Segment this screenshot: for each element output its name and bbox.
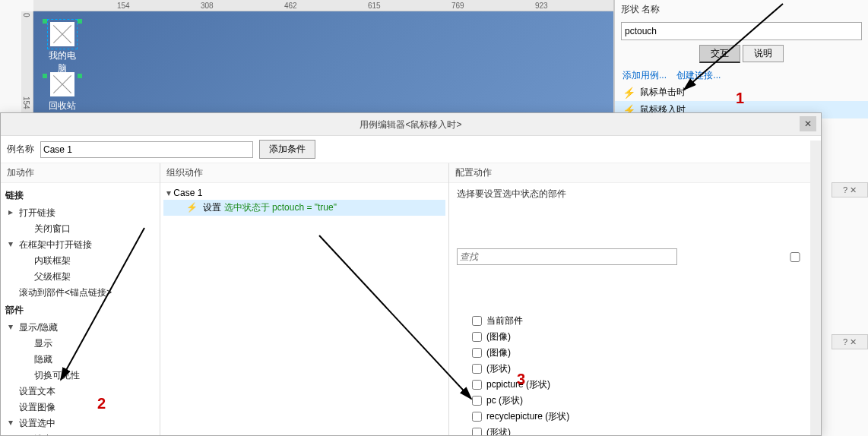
column-header: 组织动作	[160, 163, 448, 183]
image-placeholder-icon	[50, 22, 74, 46]
link-add-case[interactable]: 添加用例...	[622, 70, 667, 81]
section-title: 形状 名称	[615, 0, 868, 19]
widget-search-input[interactable]	[457, 248, 677, 265]
tree-item[interactable]: 隐藏	[1, 352, 160, 368]
list-item[interactable]: (形状)	[457, 425, 813, 435]
ruler-tick: 154	[117, 2, 130, 10]
lightning-icon: ⚡	[622, 87, 635, 99]
tree-item[interactable]: 打开链接	[1, 205, 160, 221]
ruler-tick: 0	[22, 13, 30, 17]
event-onclick[interactable]: ⚡鼠标单击时	[615, 84, 868, 101]
case-node[interactable]: Case 1	[163, 186, 445, 200]
action-node[interactable]: ⚡ 设置 选中状态于 pctouch = "true"	[163, 200, 445, 216]
tree-item[interactable]: 显示	[1, 336, 160, 352]
tree-category-widget: 部件	[1, 301, 160, 320]
actions-panel: 加动作 链接 打开链接 关闭窗口 在框架中打开链接 内联框架 父级框架 滚动到部…	[1, 163, 160, 435]
tree-item[interactable]: 设置文本	[1, 384, 160, 400]
configure-action-panel: 配置动作 选择要设置选中状态的部件 隐藏未命名的部件 当前部件 (图像) (图像…	[449, 163, 821, 435]
ruler-tick: 615	[368, 2, 381, 10]
image-placeholder-icon	[50, 72, 74, 96]
list-item[interactable]: (图像)	[457, 329, 813, 345]
column-header: 加动作	[1, 163, 160, 183]
config-label: 选择要设置选中状态的部件	[457, 188, 813, 201]
widget-list: 当前部件 (图像) (图像) (形状) pcpicture (形状) pc (形…	[457, 313, 813, 435]
tree-item[interactable]: 显示/隐藏	[1, 320, 160, 336]
tree-item-set-selected[interactable]: 设置选中	[1, 415, 160, 431]
add-condition-button[interactable]: 添加条件	[259, 140, 315, 159]
tree-item[interactable]: 切换可见性	[1, 368, 160, 384]
ruler-tick: 923	[535, 2, 548, 10]
hide-unnamed-checkbox[interactable]: 隐藏未命名的部件	[685, 205, 821, 308]
list-item[interactable]: recyclepicture (形状)	[457, 409, 813, 425]
tab-interactions[interactable]: 交互	[699, 45, 740, 63]
tab-description[interactable]: 说明	[743, 45, 784, 62]
tree-category-link: 链接	[1, 186, 160, 205]
icon-label: 我的电脑	[46, 49, 79, 75]
ruler-vertical: 0 154	[21, 11, 33, 112]
dialog-title: 用例编辑器<鼠标移入时>	[360, 119, 461, 130]
ruler-tick: 308	[201, 2, 214, 10]
ruler-tick: 769	[451, 2, 464, 10]
canvas-viewport[interactable]: 我的电脑 回收站	[33, 11, 613, 112]
link-create-connection[interactable]: 创建连接...	[676, 70, 721, 81]
desktop-icon-recycle[interactable]: 回收站	[46, 72, 79, 112]
icon-label: 回收站	[46, 100, 79, 112]
organize-actions-panel: 组织动作 Case 1 ⚡ 设置 选中状态于 pctouch = "true"	[160, 163, 449, 435]
ruler-horizontal: 154 308 462 615 769 923 1077	[33, 0, 613, 11]
desktop-icon-mycomputer[interactable]: 我的电脑	[46, 22, 79, 75]
tree-item[interactable]: 选中	[1, 431, 160, 435]
tree-item[interactable]: 内联框架	[1, 253, 160, 269]
list-item[interactable]: (形状)	[457, 361, 813, 377]
lightning-icon: ⚡	[186, 202, 198, 213]
dialog-titlebar[interactable]: 用例编辑器<鼠标移入时> ✕	[1, 113, 821, 136]
collapsed-panel[interactable]: ? ✕	[832, 182, 868, 197]
close-icon[interactable]: ✕	[800, 116, 816, 131]
panel-links: 添加用例... 创建连接...	[615, 68, 868, 84]
ruler-tick: 154	[22, 96, 30, 109]
case-name-label: 例名称	[7, 143, 34, 156]
case-name-input[interactable]	[40, 141, 253, 158]
case-editor-dialog: 用例编辑器<鼠标移入时> ✕ 例名称 添加条件 加动作 链接 打开链接 关闭窗口…	[0, 112, 822, 436]
column-header: 配置动作	[449, 163, 820, 183]
canvas-area: Index 154 308 462 615 769 923 1077 0 154…	[0, 0, 614, 112]
collapsed-panel[interactable]: ? ✕	[832, 334, 868, 349]
dialog-toolbar: 例名称 添加条件	[1, 136, 821, 163]
list-item[interactable]: 当前部件	[457, 313, 813, 329]
shape-name-input[interactable]	[621, 22, 862, 40]
ruler-tick: 462	[284, 2, 297, 10]
tree-item[interactable]: 父级框架	[1, 269, 160, 285]
list-item[interactable]: (图像)	[457, 345, 813, 361]
tree-item[interactable]: 设置图像	[1, 400, 160, 415]
tree-item[interactable]: 在框架中打开链接	[1, 237, 160, 253]
tree-item[interactable]: 滚动到部件<锚点链接>	[1, 285, 160, 301]
list-item[interactable]: pcpicture (形状)	[457, 377, 813, 393]
tree-item[interactable]: 关闭窗口	[1, 221, 160, 237]
list-item[interactable]: pc (形状)	[457, 393, 813, 409]
